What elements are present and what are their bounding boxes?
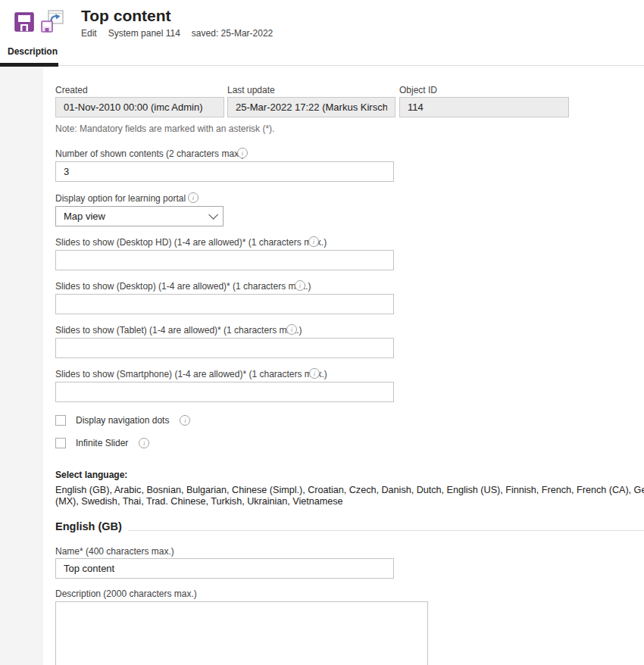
object-id-label: Object ID — [399, 85, 437, 95]
left-side-strip — [0, 67, 43, 665]
info-icon[interactable]: i — [237, 148, 248, 158]
name-input[interactable] — [55, 558, 394, 579]
slides-desktop-input[interactable] — [55, 294, 394, 314]
last-update-field — [227, 97, 395, 117]
description-textarea[interactable] — [55, 601, 428, 665]
slides-smartphone-label: Slides to show (Smartphone) (1-4 are all… — [55, 369, 327, 379]
slides-tablet-label: Slides to show (Tablet) (1-4 are allowed… — [55, 325, 302, 336]
slides-hd-input[interactable] — [55, 250, 394, 270]
num-contents-input[interactable] — [55, 161, 394, 182]
created-label: Created — [55, 85, 88, 95]
info-icon[interactable]: i — [286, 324, 297, 335]
save-button[interactable] — [14, 12, 34, 32]
slides-tablet-input[interactable] — [55, 338, 394, 358]
name-label: Name* (400 characters max.) — [55, 546, 174, 557]
slides-hd-label: Slides to show (Desktop HD) (1-4 are all… — [55, 237, 327, 248]
language-section-heading: English (GB) — [55, 520, 644, 532]
language-list-line1[interactable]: English (GB), Arabic, Bosnian, Bulgarian… — [55, 485, 644, 495]
chevron-down-icon — [208, 210, 218, 220]
object-id-field — [399, 97, 569, 117]
form-content: Created Last update Object ID Note: Mand… — [55, 0, 644, 665]
nav-dots-checkbox[interactable] — [55, 415, 66, 426]
infinite-slider-row: Infinite Slider i — [55, 438, 149, 448]
floppy-disk-icon — [14, 23, 34, 34]
nav-dots-label: Display navigation dots — [76, 415, 169, 426]
info-icon[interactable]: i — [188, 192, 199, 203]
created-field — [55, 97, 224, 117]
section-heading-rule — [128, 530, 644, 531]
display-option-value: Map view — [64, 211, 105, 222]
info-icon[interactable]: i — [139, 438, 149, 448]
language-list-line2[interactable]: (MX), Swedish, Thai, Trad. Chinese, Turk… — [55, 496, 343, 507]
slides-desktop-label: Slides to show (Desktop) (1-4 are allowe… — [55, 281, 311, 292]
infinite-slider-label: Infinite Slider — [76, 438, 128, 448]
nav-dots-row: Display navigation dots i — [55, 415, 190, 426]
num-contents-label: Number of shown contents (2 characters m… — [55, 148, 244, 159]
display-option-select[interactable]: Map view — [55, 206, 224, 226]
section-heading-text: English (GB) — [55, 520, 122, 532]
info-icon[interactable]: i — [308, 236, 319, 247]
description-label: Description (2000 characters max.) — [55, 589, 197, 599]
mandatory-note: Note: Mandatory fields are marked with a… — [55, 123, 274, 134]
display-option-label: Display option for learning portal — [55, 193, 186, 204]
info-icon[interactable]: i — [180, 415, 190, 426]
infinite-slider-checkbox[interactable] — [55, 438, 66, 448]
slides-smartphone-input[interactable] — [55, 382, 394, 402]
last-update-label: Last update — [227, 85, 275, 95]
info-icon[interactable]: i — [295, 280, 305, 291]
select-language-label: Select language: — [55, 470, 127, 480]
tab-description[interactable]: Description — [8, 46, 58, 57]
info-icon[interactable]: i — [309, 368, 320, 379]
